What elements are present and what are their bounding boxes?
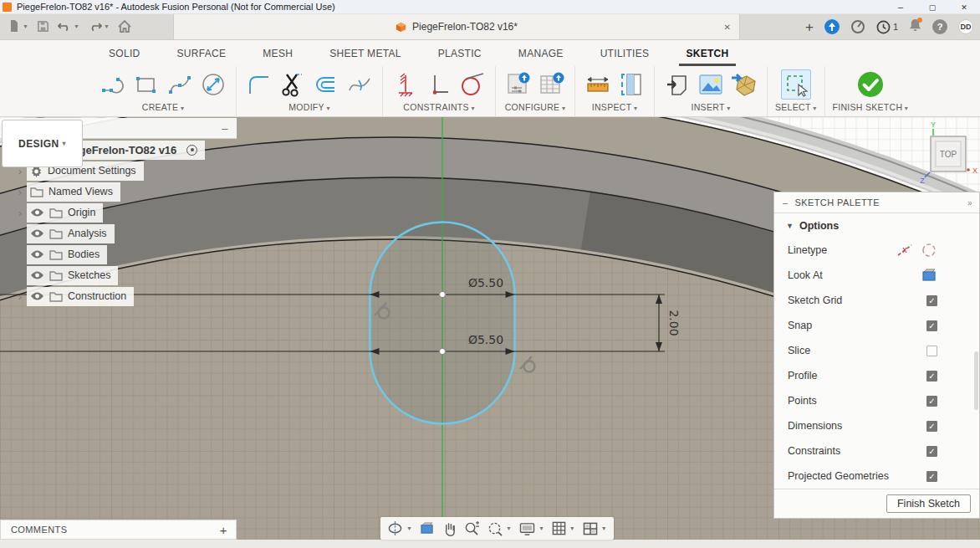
tab-surface[interactable]: SURFACE bbox=[159, 40, 245, 66]
grid-settings-button[interactable]: ▼ bbox=[552, 521, 575, 535]
dimensions-checkbox[interactable] bbox=[926, 421, 937, 432]
offset-tool-button[interactable] bbox=[311, 69, 341, 100]
group-label-modify[interactable]: MODIFY bbox=[288, 102, 329, 112]
dropdown-arrow-icon[interactable]: ▼ bbox=[406, 525, 412, 531]
tab-utilities[interactable]: UTILITIES bbox=[582, 40, 668, 66]
sketch-point-bottom-center[interactable] bbox=[439, 348, 445, 354]
vertical-horizontal-constraint-button[interactable] bbox=[424, 69, 454, 100]
browser-item-bodies[interactable]: Bodies bbox=[0, 244, 237, 264]
dropdown-arrow-icon[interactable]: ▼ bbox=[538, 525, 544, 531]
sketch-grid-checkbox[interactable] bbox=[926, 295, 937, 306]
orbit-button[interactable]: ▼ bbox=[387, 520, 412, 536]
configuration-table-button[interactable] bbox=[537, 69, 567, 100]
tab-sketch[interactable]: SKETCH bbox=[667, 40, 747, 66]
spline-tool-button[interactable] bbox=[165, 69, 195, 100]
tab-mesh[interactable]: MESH bbox=[244, 40, 311, 66]
file-menu-button[interactable]: ▼ bbox=[5, 18, 31, 34]
dimension-top-diameter[interactable]: Ø5.50 bbox=[468, 276, 503, 289]
eye-icon[interactable] bbox=[30, 270, 44, 280]
view-cube-face-label[interactable]: TOP bbox=[940, 150, 957, 159]
finish-sketch-button[interactable] bbox=[855, 69, 886, 100]
eye-icon[interactable] bbox=[30, 207, 44, 218]
look-at-button[interactable] bbox=[420, 522, 435, 535]
dimension-vertical-distance[interactable]: 2.00 bbox=[667, 310, 681, 335]
maximize-button[interactable] bbox=[916, 0, 948, 14]
sketch-slot-profile[interactable] bbox=[370, 223, 515, 424]
zoom-button[interactable] bbox=[464, 521, 479, 536]
break-tool-button[interactable] bbox=[345, 69, 375, 100]
section-analysis-button[interactable] bbox=[616, 69, 646, 100]
browser-item-label[interactable]: Construction bbox=[68, 290, 126, 302]
dropdown-arrow-icon[interactable]: ▼ bbox=[601, 525, 607, 531]
snap-checkbox[interactable] bbox=[926, 320, 937, 331]
activate-component-radio[interactable] bbox=[186, 145, 197, 156]
browser-item-named-views[interactable]: Named Views bbox=[0, 182, 237, 202]
insert-derive-button[interactable] bbox=[662, 69, 692, 100]
expand-palette-icon[interactable] bbox=[967, 198, 972, 207]
points-checkbox[interactable] bbox=[926, 396, 937, 407]
browser-item-label[interactable]: Sketches bbox=[68, 269, 110, 281]
notifications-button[interactable] bbox=[909, 18, 921, 35]
eye-icon[interactable] bbox=[30, 249, 44, 259]
line-tool-button[interactable] bbox=[98, 69, 128, 100]
browser-item-label[interactable]: Named Views bbox=[48, 186, 113, 197]
chevron-right-icon[interactable] bbox=[13, 228, 27, 240]
add-comment-button[interactable]: + bbox=[220, 523, 227, 537]
rectangle-tool-button[interactable] bbox=[131, 69, 161, 100]
tab-sheet-metal[interactable]: SHEET METAL bbox=[311, 40, 420, 66]
coincident-constraint-button[interactable] bbox=[390, 69, 421, 100]
chevron-right-icon[interactable] bbox=[13, 269, 27, 282]
group-label-configure[interactable]: CONFIGURE bbox=[505, 102, 566, 112]
options-section-header[interactable]: Options bbox=[774, 213, 979, 238]
job-status-icon[interactable] bbox=[824, 19, 840, 34]
chevron-right-icon[interactable] bbox=[13, 207, 27, 219]
group-label-select[interactable]: SELECT bbox=[775, 102, 817, 112]
slice-checkbox[interactable] bbox=[926, 346, 937, 356]
finish-sketch-palette-button[interactable]: Finish Sketch bbox=[886, 494, 971, 513]
construction-linetype-icon[interactable] bbox=[896, 243, 913, 258]
tab-solid[interactable]: SOLID bbox=[90, 40, 159, 66]
browser-item-construction[interactable]: Construction bbox=[0, 286, 237, 306]
tab-manage[interactable]: MANAGE bbox=[500, 40, 582, 66]
measure-button[interactable] bbox=[583, 69, 613, 100]
sketch-point-top-center[interactable] bbox=[439, 291, 445, 297]
sketch-palette-header[interactable]: SKETCH PALETTE bbox=[774, 192, 979, 213]
help-button[interactable] bbox=[932, 19, 947, 34]
chevron-right-icon[interactable] bbox=[13, 290, 27, 303]
browser-item-sketches[interactable]: Sketches bbox=[0, 265, 237, 285]
fillet-tool-button[interactable] bbox=[244, 69, 274, 100]
group-label-inspect[interactable]: INSPECT bbox=[592, 102, 637, 112]
group-label-insert[interactable]: INSERT bbox=[692, 102, 731, 112]
zoom-window-button[interactable]: ▼ bbox=[487, 521, 512, 536]
viewports-button[interactable]: ▼ bbox=[583, 522, 607, 535]
tangent-constraint-button[interactable] bbox=[457, 69, 487, 100]
insert-mesh-button[interactable] bbox=[729, 69, 759, 100]
display-settings-button[interactable]: ▼ bbox=[519, 522, 544, 535]
browser-item-label[interactable]: Origin bbox=[68, 207, 95, 218]
dropdown-arrow-icon[interactable]: ▼ bbox=[569, 525, 575, 531]
tab-plastic[interactable]: PLASTIC bbox=[420, 40, 500, 66]
account-avatar[interactable]: DD bbox=[958, 19, 973, 34]
home-button[interactable] bbox=[115, 18, 134, 34]
trim-tool-button[interactable] bbox=[278, 69, 308, 100]
minimize-button[interactable] bbox=[885, 0, 916, 14]
group-label-create[interactable]: CREATE bbox=[142, 102, 184, 112]
eye-icon[interactable] bbox=[30, 228, 44, 238]
undo-button[interactable]: ▼ bbox=[55, 18, 82, 33]
close-window-button[interactable] bbox=[948, 0, 980, 14]
recent-activity-button[interactable]: 1 bbox=[876, 20, 898, 34]
group-label-constraints[interactable]: CONSTRAINTS bbox=[403, 102, 474, 112]
new-document-button[interactable]: + bbox=[805, 20, 814, 34]
look-at-icon[interactable] bbox=[921, 269, 937, 282]
configuration-button[interactable] bbox=[503, 69, 533, 100]
comments-bar[interactable]: COMMENTS + bbox=[0, 520, 237, 540]
circle-diameter-tool-button[interactable] bbox=[198, 69, 228, 100]
palette-scrollbar[interactable] bbox=[974, 351, 978, 410]
extensions-icon[interactable] bbox=[850, 19, 865, 34]
browser-item-origin[interactable]: Origin bbox=[0, 202, 237, 223]
eye-icon[interactable] bbox=[30, 291, 44, 301]
select-tool-button[interactable] bbox=[781, 69, 811, 100]
close-tab-button[interactable] bbox=[724, 21, 731, 33]
dropdown-arrow-icon[interactable]: ▼ bbox=[506, 525, 512, 531]
workspace-selector[interactable]: DESIGN bbox=[2, 120, 83, 167]
